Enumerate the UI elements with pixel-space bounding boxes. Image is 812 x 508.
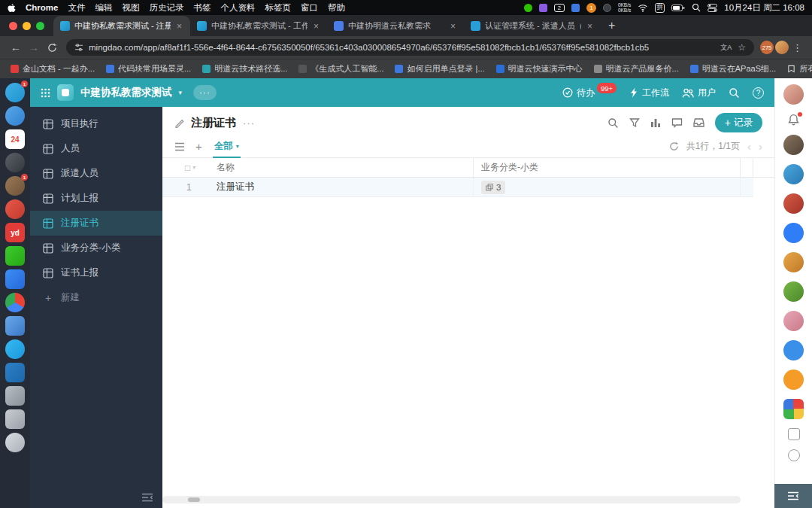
finder-icon[interactable]: [5, 316, 25, 336]
filter-icon[interactable]: [629, 117, 640, 128]
network-speed[interactable]: 0KB/s0KB/s: [618, 2, 631, 13]
table-search-icon[interactable]: [607, 117, 619, 129]
bookmark-item[interactable]: 明道云产品服务价...: [594, 63, 679, 75]
users-button[interactable]: 用户: [682, 87, 716, 99]
bookmark-item[interactable]: 明道云在APaaS细...: [690, 63, 776, 75]
rail-flash-app-icon[interactable]: [783, 223, 804, 243]
tab-close-icon[interactable]: ×: [449, 21, 457, 32]
discussion-icon[interactable]: [671, 117, 683, 128]
app-name[interactable]: 中建协私教需求测试: [80, 86, 172, 99]
music-icon[interactable]: [5, 199, 25, 219]
header-search-icon[interactable]: [729, 87, 740, 99]
screenshot-icon[interactable]: [5, 386, 25, 406]
new-tab-button[interactable]: +: [608, 19, 615, 32]
archive-icon[interactable]: [5, 409, 25, 429]
collapse-sidebar-icon[interactable]: [141, 493, 153, 502]
browser-menu-icon[interactable]: ⋮: [790, 42, 804, 53]
bookmark-star-icon[interactable]: ☆: [738, 42, 746, 53]
forward-button[interactable]: →: [26, 41, 42, 53]
qq-icon[interactable]: [5, 339, 25, 359]
wifi-icon[interactable]: [638, 4, 648, 12]
utools-icon[interactable]: [5, 153, 25, 172]
screenshot-tool-icon[interactable]: [788, 428, 800, 440]
extension-badge-icon[interactable]: 275: [760, 41, 774, 54]
view-list-icon[interactable]: [174, 142, 185, 151]
statistics-icon[interactable]: [650, 117, 661, 128]
apple-logo-icon[interactable]: [8, 3, 16, 13]
browser-tab-2[interactable]: 中建协私教需求测试 - 工作流 ×: [190, 16, 327, 36]
browser-app-icon[interactable]: [5, 106, 25, 126]
site-settings-icon[interactable]: [74, 43, 83, 52]
rail-photo-red-icon[interactable]: [783, 193, 804, 214]
trello-icon[interactable]: [5, 363, 25, 382]
prev-page-button[interactable]: ‹: [747, 140, 751, 153]
view-more-button[interactable]: ···: [243, 117, 255, 129]
refresh-icon[interactable]: [669, 141, 679, 151]
rail-photo-orange-icon[interactable]: [783, 252, 804, 272]
next-page-button[interactable]: ›: [759, 140, 762, 153]
menu-profiles[interactable]: 个人资料: [220, 2, 255, 14]
edit-sheet-icon[interactable]: [174, 118, 184, 128]
sidebar-item-plan-report[interactable]: 计划上报: [30, 186, 162, 211]
workflow-button[interactable]: 工作流: [629, 87, 669, 99]
add-view-button[interactable]: +: [195, 140, 202, 153]
battery-icon[interactable]: [671, 5, 685, 11]
back-button[interactable]: ←: [8, 41, 24, 53]
purple-app-icon[interactable]: [539, 4, 547, 12]
add-record-button[interactable]: +记录: [715, 113, 762, 132]
menubar-clock[interactable]: 10月24日 周二 16:08: [724, 2, 804, 14]
telegram-icon[interactable]: 1: [5, 83, 25, 102]
control-center-icon[interactable]: [707, 4, 717, 12]
bookmark-item[interactable]: 明道云技术路径选...: [202, 63, 287, 75]
spotlight-icon[interactable]: [692, 3, 701, 12]
menu-window[interactable]: 窗口: [301, 2, 318, 14]
browser-tab-1[interactable]: 中建协私教需求测试 - 注册证书 ×: [53, 16, 190, 36]
dark-app-icon[interactable]: [603, 4, 611, 12]
user-avatar[interactable]: [783, 84, 804, 105]
sidebar-item-cert-report[interactable]: 证书上报: [30, 260, 162, 285]
tab-close-icon[interactable]: ×: [586, 21, 594, 32]
menu-history[interactable]: 历史记录: [149, 2, 183, 14]
view-tab-all[interactable]: 全部▾: [213, 135, 241, 158]
browser-tab-4[interactable]: 认证管理系统 - 派遣人员（审核 ×: [464, 16, 601, 36]
rail-cube-app-icon[interactable]: [783, 399, 804, 419]
row-index[interactable]: 1: [162, 178, 205, 196]
close-window-button[interactable]: [9, 22, 17, 30]
rail-earth-icon[interactable]: [783, 164, 804, 184]
reader-icon[interactable]: 1: [5, 176, 25, 196]
blue-grid-icon[interactable]: [571, 4, 580, 12]
wechat-icon[interactable]: [5, 246, 25, 266]
message-count-icon[interactable]: 2: [554, 4, 565, 12]
url-text[interactable]: mingdao.com/app/af8af1f1-556e-4f64-8644-…: [89, 43, 715, 52]
youdao-icon[interactable]: yd: [5, 223, 25, 242]
trash-icon[interactable]: [5, 433, 25, 452]
column-header-category[interactable]: 业务分类-小类: [474, 158, 741, 177]
sidebar-item-register-cert[interactable]: 注册证书: [30, 211, 162, 236]
wechat-status-icon[interactable]: [524, 4, 532, 12]
browser-profile-avatar[interactable]: [775, 41, 789, 54]
sidebar-item-dispatch[interactable]: 派遣人员: [30, 161, 162, 186]
rail-apps-orange-icon[interactable]: [783, 370, 804, 390]
select-all-checkbox[interactable]: □▾: [162, 158, 205, 177]
horizontal-scrollbar[interactable]: [162, 496, 741, 503]
relation-chip[interactable]: 3: [481, 181, 505, 194]
collapse-rail-button[interactable]: [774, 484, 812, 508]
rail-contact-1-icon[interactable]: [783, 135, 804, 155]
address-bar[interactable]: mingdao.com/app/af8af1f1-556e-4f64-8644-…: [66, 39, 754, 56]
browser-tab-3[interactable]: 中建协明道云私教需求 ×: [327, 16, 464, 36]
table-row[interactable]: 1 注册证书 3: [162, 178, 753, 197]
bookmark-item[interactable]: 代码块常用场景灵...: [106, 63, 191, 75]
logs-icon[interactable]: [693, 117, 704, 128]
cell-name[interactable]: 注册证书: [205, 178, 474, 196]
menubar-app-name[interactable]: Chrome: [26, 3, 58, 12]
menu-tabs[interactable]: 标签页: [265, 2, 291, 14]
docs-icon[interactable]: [5, 269, 25, 289]
column-header-name[interactable]: 名称: [205, 158, 474, 177]
minimize-window-button[interactable]: [23, 22, 31, 30]
notification-bell-icon[interactable]: [787, 114, 800, 126]
zoom-window-button[interactable]: [36, 22, 44, 30]
all-bookmarks-button[interactable]: 所有书签: [787, 63, 812, 75]
reload-button[interactable]: [44, 43, 60, 53]
bookmark-item[interactable]: 《生成式人工智能...: [298, 63, 383, 75]
sidebar-item-biz-category[interactable]: 业务分类-小类: [30, 236, 162, 260]
